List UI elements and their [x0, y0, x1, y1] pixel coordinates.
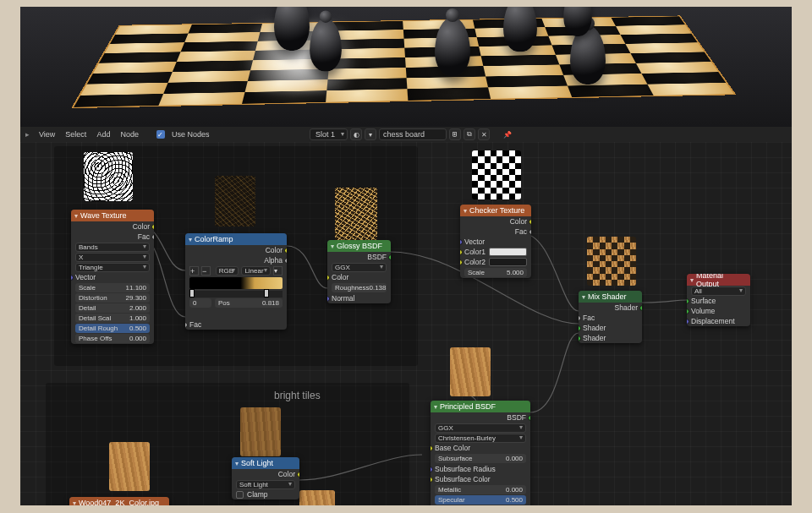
mixshader-preview — [587, 237, 636, 286]
principled-specular-field[interactable]: Specular0.500 — [435, 495, 526, 505]
wave-scale-field[interactable]: Scale11.100 — [75, 283, 150, 292]
colorramp-gradient[interactable] — [189, 277, 283, 289]
node-mixrgb-softlight[interactable]: ▾Soft Light Color Soft Light Clamp — [232, 457, 299, 499]
principled-preview — [450, 347, 491, 396]
wave-profile-select[interactable]: Triangle — [75, 263, 150, 272]
menu-node[interactable]: Node — [118, 130, 141, 139]
duplicate-icon[interactable]: ⧉ — [464, 128, 475, 140]
principled-sss-select[interactable]: Christensen-Burley — [435, 434, 526, 443]
wave-detail-field[interactable]: Detail2.000 — [75, 303, 150, 313]
node-title: Mix Shader — [588, 292, 627, 301]
node-editor-toolbar: ▸ View Select Add Node ✓ Use Nodes Slot … — [20, 127, 792, 142]
principled-subsurface-field[interactable]: Subsurface0.000 — [435, 454, 526, 463]
node-title: Wood047_2K_Color.jpg — [79, 499, 159, 505]
principled-metallic-field[interactable]: Metallic0.000 — [435, 485, 526, 494]
node-wave-texture[interactable]: ▾Wave Texture Color Fac Bands X Triangle… — [71, 210, 154, 344]
ramp-stop-index[interactable]: 0 — [189, 298, 211, 308]
ramp-add-button[interactable]: + — [189, 266, 199, 276]
node-image-texture-wood[interactable]: ▾Wood047_2K_Color.jpg — [69, 497, 169, 505]
checker-preview — [472, 150, 521, 199]
output-target-select[interactable]: All — [691, 287, 746, 296]
mixrgb-mode-select[interactable]: Soft Light — [236, 480, 295, 489]
material-sphere-icon[interactable]: ◐ — [350, 128, 362, 140]
colorramp-preview — [215, 176, 255, 226]
softlight-preview — [240, 407, 281, 456]
frame-label-bright: bright tiles — [274, 390, 321, 401]
node-principled-bsdf[interactable]: ▾Principled BSDF BSDF GGX Christensen-Bu… — [431, 401, 530, 505]
wave-preview-thumb — [84, 152, 133, 201]
chevron-right-icon[interactable]: ▸ — [25, 130, 30, 139]
ramp-menu-button[interactable]: ▾ — [273, 266, 283, 276]
chess-piece — [503, 7, 537, 52]
node-title: Principled BSDF — [440, 402, 496, 411]
material-browse-dropdown[interactable]: ▾ — [365, 128, 376, 140]
ramp-stop-pos[interactable]: Pos0.818 — [215, 298, 283, 308]
softlight-preview-2 — [299, 490, 335, 505]
colorramp-stops[interactable] — [189, 291, 283, 297]
checker-color1-swatch[interactable] — [489, 248, 527, 256]
checker-scale-field[interactable]: Scale5.000 — [464, 268, 527, 277]
wave-direction-select[interactable]: X — [75, 253, 150, 262]
menu-add[interactable]: Add — [94, 130, 112, 139]
unlink-icon[interactable]: ✕ — [478, 128, 490, 140]
wood-image-preview — [109, 442, 150, 491]
menu-select[interactable]: Select — [63, 130, 89, 139]
wave-detail-rough-field[interactable]: Detail Rough0.500 — [75, 324, 150, 333]
shield-icon[interactable]: ⛨ — [449, 128, 461, 140]
glossy-preview — [335, 188, 377, 240]
material-slot-dropdown[interactable]: Slot 1 — [310, 128, 348, 140]
node-title: ColorRamp — [195, 235, 233, 243]
wave-phase-field[interactable]: Phase Offs0.000 — [75, 334, 150, 343]
ramp-colormode-select[interactable]: RGB — [216, 266, 239, 276]
menu-view[interactable]: View — [36, 130, 58, 139]
viewport-render — [20, 7, 792, 127]
node-title: Glossy BSDF — [337, 242, 382, 250]
use-nodes-checkbox[interactable]: ✓ — [156, 130, 165, 139]
material-name-input[interactable]: chess board — [379, 128, 447, 140]
use-nodes-label: Use Nodes — [172, 130, 210, 139]
wave-distortion-field[interactable]: Distortion29.300 — [75, 293, 150, 303]
node-mix-shader[interactable]: ▾Mix Shader Shader Fac Shader Shader — [579, 291, 642, 343]
wave-detail-scale-field[interactable]: Detail Scal1.000 — [75, 314, 150, 323]
checker-color2-swatch[interactable] — [489, 258, 527, 266]
node-title: Wave Texture — [80, 211, 127, 220]
node-colorramp[interactable]: ▾ColorRamp Color Alpha + − RGB Linear ▾ … — [185, 233, 287, 330]
pin-icon[interactable]: 📌 — [502, 128, 513, 140]
ramp-remove-button[interactable]: − — [201, 266, 211, 276]
node-title: Soft Light — [241, 459, 273, 467]
glossy-distribution-select[interactable]: GGX — [332, 263, 387, 272]
node-glossy-bsdf[interactable]: ▾Glossy BSDF BSDF GGX Color Roughness0.1… — [327, 240, 391, 303]
chess-piece — [274, 7, 310, 51]
glossy-roughness-field[interactable]: Roughness0.138 — [332, 283, 387, 292]
frame-bright-tiles[interactable] — [46, 383, 409, 505]
wave-type-select[interactable]: Bands — [75, 243, 150, 252]
principled-dist-select[interactable]: GGX — [435, 423, 526, 433]
ramp-interp-select[interactable]: Linear — [241, 266, 271, 276]
chessboard-render — [71, 15, 736, 108]
node-editor[interactable]: bright tiles ▾Wave Texture Color Fac Ban… — [20, 142, 792, 505]
clamp-checkbox[interactable] — [236, 491, 244, 499]
node-checker-texture[interactable]: ▾Checker Texture Color Fac Vector Color1… — [460, 205, 531, 278]
node-material-output[interactable]: ▾Material Output All Surface Volume Disp… — [687, 274, 750, 326]
node-title: Checker Texture — [469, 206, 524, 215]
